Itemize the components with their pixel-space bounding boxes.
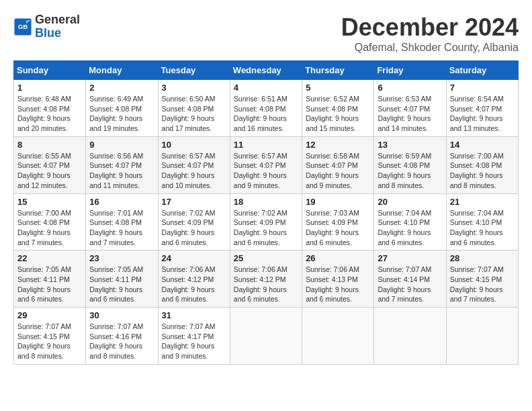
empty-cell (446, 308, 518, 365)
day-info: Sunrise: 6:59 AMSunset: 4:08 PMDaylight:… (378, 151, 442, 191)
calendar-day-12: 12Sunrise: 6:58 AMSunset: 4:07 PMDayligh… (302, 136, 374, 193)
logo-blue: Blue (35, 26, 61, 40)
calendar-day-19: 19Sunrise: 7:03 AMSunset: 4:09 PMDayligh… (302, 193, 374, 250)
calendar-table: SundayMondayTuesdayWednesdayThursdayFrid… (13, 60, 519, 365)
day-info: Sunrise: 7:03 AMSunset: 4:09 PMDaylight:… (306, 208, 370, 248)
calendar-day-13: 13Sunrise: 6:59 AMSunset: 4:08 PMDayligh… (374, 136, 446, 193)
day-number: 25 (234, 253, 298, 263)
day-info: Sunrise: 6:49 AMSunset: 4:08 PMDaylight:… (89, 94, 154, 134)
day-info: Sunrise: 7:02 AMSunset: 4:09 PMDaylight:… (234, 208, 298, 248)
calendar-day-16: 16Sunrise: 7:01 AMSunset: 4:08 PMDayligh… (86, 193, 158, 250)
weekday-header-thursday: Thursday (302, 61, 374, 80)
calendar-day-29: 29Sunrise: 7:07 AMSunset: 4:15 PMDayligh… (14, 308, 86, 365)
day-number: 9 (89, 140, 154, 150)
day-info: Sunrise: 7:06 AMSunset: 4:12 PMDaylight:… (162, 265, 226, 304)
day-number: 16 (89, 197, 154, 207)
calendar-week-1: 1Sunrise: 6:48 AMSunset: 4:08 PMDaylight… (14, 80, 519, 137)
weekday-header-sunday: Sunday (14, 61, 86, 80)
day-number: 17 (162, 197, 226, 207)
day-info: Sunrise: 6:53 AMSunset: 4:07 PMDaylight:… (378, 94, 442, 134)
day-number: 13 (378, 140, 442, 150)
calendar-day-8: 8Sunrise: 6:55 AMSunset: 4:07 PMDaylight… (14, 136, 86, 193)
day-number: 27 (378, 253, 442, 263)
calendar-day-22: 22Sunrise: 7:05 AMSunset: 4:11 PMDayligh… (14, 250, 86, 308)
day-info: Sunrise: 6:57 AMSunset: 4:07 PMDaylight:… (234, 151, 298, 191)
calendar-day-30: 30Sunrise: 7:07 AMSunset: 4:16 PMDayligh… (86, 308, 158, 365)
day-info: Sunrise: 7:07 AMSunset: 4:17 PMDaylight:… (162, 322, 226, 361)
calendar-day-9: 9Sunrise: 6:56 AMSunset: 4:07 PMDaylight… (86, 136, 158, 193)
calendar-day-20: 20Sunrise: 7:04 AMSunset: 4:10 PMDayligh… (374, 193, 446, 250)
day-number: 19 (306, 197, 370, 207)
calendar-day-25: 25Sunrise: 7:06 AMSunset: 4:12 PMDayligh… (230, 250, 302, 308)
day-number: 8 (17, 140, 82, 150)
day-info: Sunrise: 7:04 AMSunset: 4:10 PMDaylight:… (378, 208, 442, 248)
day-number: 5 (306, 83, 370, 93)
empty-cell (302, 308, 374, 365)
calendar-day-23: 23Sunrise: 7:05 AMSunset: 4:11 PMDayligh… (86, 250, 158, 308)
day-number: 26 (306, 253, 370, 263)
logo-icon: GB (13, 17, 32, 36)
day-number: 22 (17, 253, 82, 263)
weekday-header-monday: Monday (86, 61, 158, 80)
day-number: 29 (17, 310, 82, 320)
calendar-day-27: 27Sunrise: 7:07 AMSunset: 4:14 PMDayligh… (374, 250, 446, 308)
calendar-day-24: 24Sunrise: 7:06 AMSunset: 4:12 PMDayligh… (158, 250, 230, 308)
day-number: 3 (162, 83, 226, 93)
page-header: GB General Blue December 2024 Qafemal, S… (13, 13, 519, 54)
calendar-day-14: 14Sunrise: 7:00 AMSunset: 4:08 PMDayligh… (446, 136, 518, 193)
calendar-day-2: 2Sunrise: 6:49 AMSunset: 4:08 PMDaylight… (86, 80, 158, 137)
day-info: Sunrise: 6:50 AMSunset: 4:08 PMDaylight:… (162, 94, 226, 134)
day-info: Sunrise: 7:00 AMSunset: 4:08 PMDaylight:… (450, 151, 515, 191)
day-number: 14 (450, 140, 515, 150)
day-number: 24 (162, 253, 226, 263)
calendar-week-3: 15Sunrise: 7:00 AMSunset: 4:08 PMDayligh… (14, 193, 519, 250)
logo: GB General Blue (13, 13, 80, 40)
day-info: Sunrise: 7:02 AMSunset: 4:09 PMDaylight:… (162, 208, 226, 248)
day-info: Sunrise: 6:56 AMSunset: 4:07 PMDaylight:… (89, 151, 154, 191)
day-number: 2 (89, 83, 154, 93)
day-number: 7 (450, 83, 515, 93)
day-number: 1 (17, 83, 82, 93)
day-info: Sunrise: 6:55 AMSunset: 4:07 PMDaylight:… (17, 151, 82, 191)
weekday-header-tuesday: Tuesday (158, 61, 230, 80)
day-info: Sunrise: 7:05 AMSunset: 4:11 PMDaylight:… (89, 265, 154, 304)
day-number: 15 (17, 197, 82, 207)
day-number: 31 (162, 310, 226, 320)
weekday-header-friday: Friday (374, 61, 446, 80)
calendar-day-5: 5Sunrise: 6:52 AMSunset: 4:08 PMDaylight… (302, 80, 374, 137)
day-number: 4 (234, 83, 298, 93)
day-info: Sunrise: 6:58 AMSunset: 4:07 PMDaylight:… (306, 151, 370, 191)
day-info: Sunrise: 7:04 AMSunset: 4:10 PMDaylight:… (450, 208, 515, 248)
weekday-header-wednesday: Wednesday (230, 61, 302, 80)
calendar-day-18: 18Sunrise: 7:02 AMSunset: 4:09 PMDayligh… (230, 193, 302, 250)
calendar-day-4: 4Sunrise: 6:51 AMSunset: 4:08 PMDaylight… (230, 80, 302, 137)
day-number: 21 (450, 197, 515, 207)
day-number: 30 (89, 310, 154, 320)
day-info: Sunrise: 7:05 AMSunset: 4:11 PMDaylight:… (17, 265, 82, 304)
day-number: 20 (378, 197, 442, 207)
calendar-day-15: 15Sunrise: 7:00 AMSunset: 4:08 PMDayligh… (14, 193, 86, 250)
calendar-week-5: 29Sunrise: 7:07 AMSunset: 4:15 PMDayligh… (14, 308, 519, 365)
day-info: Sunrise: 7:07 AMSunset: 4:15 PMDaylight:… (17, 322, 82, 361)
day-number: 10 (162, 140, 226, 150)
day-info: Sunrise: 7:01 AMSunset: 4:08 PMDaylight:… (89, 208, 154, 248)
calendar-day-31: 31Sunrise: 7:07 AMSunset: 4:17 PMDayligh… (158, 308, 230, 365)
day-info: Sunrise: 6:57 AMSunset: 4:07 PMDaylight:… (162, 151, 226, 191)
day-info: Sunrise: 6:51 AMSunset: 4:08 PMDaylight:… (234, 94, 298, 134)
calendar-day-1: 1Sunrise: 6:48 AMSunset: 4:08 PMDaylight… (14, 80, 86, 137)
calendar-day-7: 7Sunrise: 6:54 AMSunset: 4:07 PMDaylight… (446, 80, 518, 137)
day-info: Sunrise: 6:48 AMSunset: 4:08 PMDaylight:… (17, 94, 82, 134)
calendar-day-28: 28Sunrise: 7:07 AMSunset: 4:15 PMDayligh… (446, 250, 518, 308)
calendar-week-2: 8Sunrise: 6:55 AMSunset: 4:07 PMDaylight… (14, 136, 519, 193)
day-number: 11 (234, 140, 298, 150)
calendar-day-21: 21Sunrise: 7:04 AMSunset: 4:10 PMDayligh… (446, 193, 518, 250)
day-info: Sunrise: 7:07 AMSunset: 4:16 PMDaylight:… (89, 322, 154, 361)
day-number: 28 (450, 253, 515, 263)
day-number: 18 (234, 197, 298, 207)
page-title: December 2024 (341, 13, 519, 42)
calendar-day-3: 3Sunrise: 6:50 AMSunset: 4:08 PMDaylight… (158, 80, 230, 137)
day-info: Sunrise: 6:52 AMSunset: 4:08 PMDaylight:… (306, 94, 370, 134)
day-info: Sunrise: 6:54 AMSunset: 4:07 PMDaylight:… (450, 94, 515, 134)
calendar-day-6: 6Sunrise: 6:53 AMSunset: 4:07 PMDaylight… (374, 80, 446, 137)
page-subtitle: Qafemal, Shkoder County, Albania (341, 42, 519, 54)
